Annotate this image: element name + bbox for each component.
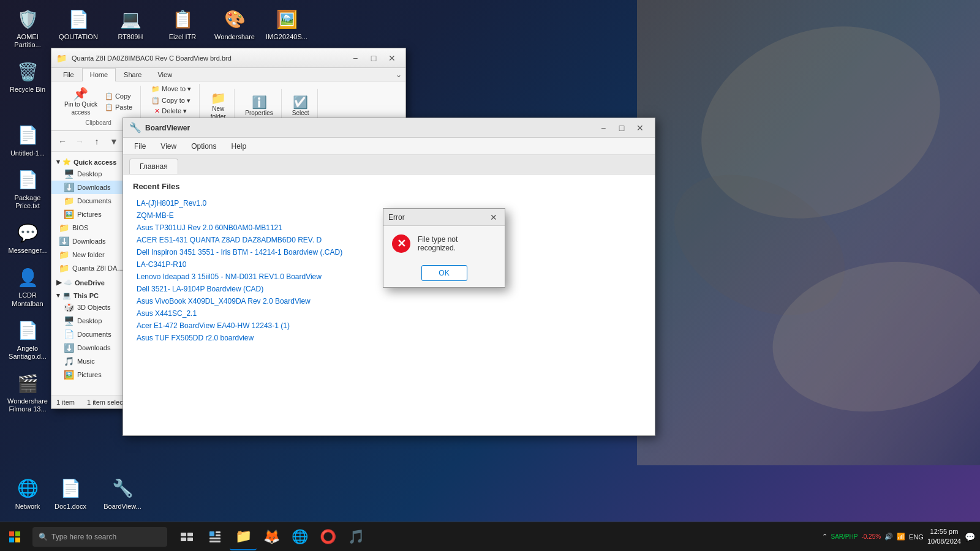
systray-volume-icon[interactable]: 🔊 — [884, 533, 893, 541]
desktop-icon-package[interactable]: 📄 Package Price.txt — [3, 164, 52, 214]
aomei-label: AOMEI Partitio... — [7, 33, 48, 49]
new-folder-sidebar-icon: 📁 — [59, 250, 69, 260]
file-explorer-titlebar: 📁 Quanta Z8I DA0Z8IMBAC0 Rev C BoardView… — [51, 48, 405, 68]
desktop-icon-lcdr[interactable]: 👤 LCDR Montalban — [3, 261, 52, 311]
taskbar-spotify[interactable]: 🎵 — [342, 523, 369, 550]
maximize-button[interactable]: □ — [365, 51, 382, 66]
paste-button[interactable]: 📋 Paste — [102, 102, 135, 113]
boardviewer-main-tab[interactable]: Главная — [129, 159, 178, 174]
taskbar-search[interactable]: 🔍 Type here to search — [32, 527, 167, 547]
desktop-icon-rt809h[interactable]: 💻 RT809H — [106, 3, 155, 45]
start-button[interactable] — [0, 522, 29, 552]
organize-buttons: 📁 Move to ▾ 📋 Copy to ▾ — [148, 84, 194, 106]
ribbon-expand-icon[interactable]: ⌄ — [396, 70, 402, 79]
3d-objects-icon: 🎲 — [64, 302, 74, 312]
recent-file-9[interactable]: Asus X441SC_2.1 — [133, 307, 645, 320]
boardviewer-title-icon: 🔧 — [129, 122, 141, 133]
rt809h-label: RT809H — [118, 33, 143, 41]
move-to-button[interactable]: 📁 Move to ▾ — [148, 84, 194, 94]
desktop-icon-angelo[interactable]: 📄 Angelo Santiago.d... — [3, 315, 52, 364]
minimize-button[interactable]: − — [347, 51, 364, 66]
desktop-icon-network[interactable]: 🌐 Network — [3, 473, 52, 514]
taskbar-widgets[interactable] — [202, 523, 228, 550]
recent-file-0[interactable]: LA-(J)H801P_Rev1.0 — [133, 197, 645, 209]
svg-rect-5 — [15, 531, 20, 536]
notifications-button[interactable]: 💬 — [965, 532, 975, 542]
tab-home[interactable]: Home — [82, 68, 116, 81]
network-icon: 🌐 — [15, 476, 40, 501]
clipboard-buttons: 📌 Pin to Quick access 📋 Copy 📋 Pas — [61, 86, 135, 118]
quanta-icon: 📁 — [59, 263, 69, 273]
onedrive-icon: ☁️ — [64, 279, 72, 287]
desktop-icon-eizel[interactable]: 📋 Eizel ITR — [158, 3, 207, 45]
taskbar-clock[interactable]: 12:55 pm 10/08/2024 — [927, 527, 961, 546]
bv-menu-options[interactable]: Options — [185, 140, 222, 152]
desktop-icon-filmora[interactable]: 🎬 Wondershare Filmora 13... — [3, 367, 52, 417]
systray-network-icon[interactable]: 📶 — [897, 533, 905, 541]
recent-file-8[interactable]: Asus VivoBook X409DL_X409DA Rev 2.0 Boar… — [133, 295, 645, 307]
desktop-icon-messenger[interactable]: 💬 Messenger... — [3, 217, 52, 258]
copy-to-button[interactable]: 📋 Copy to ▾ — [148, 96, 194, 106]
quick-access-icon: ⭐ — [62, 158, 71, 166]
package-icon: 📄 — [15, 168, 40, 192]
desktop-icon-untitled[interactable]: 📄 Untitled-1... — [3, 119, 52, 161]
tab-view[interactable]: View — [149, 68, 180, 81]
select-button[interactable]: ☑️ Select — [289, 94, 312, 118]
desktop-icon-aomei[interactable]: 🛡️ AOMEI Partitio... — [3, 3, 52, 53]
bv-menu-help[interactable]: Help — [225, 140, 253, 152]
delete-button[interactable]: ✕ Delete ▾ — [151, 106, 194, 116]
boardviewer-close-button[interactable]: ✕ — [631, 121, 649, 135]
recent-file-11[interactable]: Asus TUF FX505DD r2.0 boardview — [133, 332, 645, 344]
messenger-icon: 💬 — [15, 220, 40, 245]
boardviewer-menubar: File View Options Help — [123, 138, 655, 155]
desktop-background — [637, 0, 980, 465]
desktop-icon-recycle-bin[interactable]: 🗑️ Recycle Bin — [3, 56, 52, 97]
copy-button[interactable]: 📋 Copy — [102, 91, 135, 102]
boardviewer-maximize-button[interactable]: □ — [613, 121, 630, 135]
music-label: Music — [77, 358, 95, 365]
boardviewer-minimize-button[interactable]: − — [595, 121, 612, 135]
recent-file-10[interactable]: Acer E1-472 BoardView EA40-HW 12243-1 (1… — [133, 320, 645, 332]
taskbar-file-explorer[interactable]: 📁 — [230, 523, 257, 550]
systray-language: ENG — [909, 533, 924, 541]
desktop-icons-top: 📄 QOUTATION 💻 RT809H 📋 Eizel ITR 🎨 Wonde… — [54, 3, 311, 45]
error-dialog-close-button[interactable]: ✕ — [488, 211, 500, 223]
filmora-label: Wondershare Filmora 13... — [7, 397, 48, 413]
desktop-icon-img[interactable]: 🖼️ IMG20240S... — [262, 3, 311, 45]
back-button[interactable]: ← — [55, 134, 70, 149]
error-dialog-titlebar: Error ✕ — [383, 209, 505, 226]
filmora-icon: 🎬 — [15, 371, 40, 395]
svg-rect-13 — [216, 531, 221, 533]
window-controls: − □ ✕ — [347, 51, 401, 66]
desktop-icon-doc1[interactable]: 📄 Doc1.docx — [46, 473, 95, 514]
properties-button[interactable]: ℹ️ Properties — [242, 94, 276, 118]
desktop-icon-qoutation[interactable]: 📄 QOUTATION — [54, 3, 103, 45]
downloads3-icon: ⬇️ — [64, 343, 74, 353]
boardviewer-titlebar: 🔧 BoardViewer − □ ✕ — [123, 118, 655, 138]
pin-quick-access-button[interactable]: 📌 Pin to Quick access — [61, 86, 100, 118]
recent-button[interactable]: ▼ — [107, 134, 121, 149]
quick-access-label: Quick access — [74, 159, 116, 166]
close-button[interactable]: ✕ — [383, 51, 401, 66]
taskbar: 🔍 Type here to search — [0, 522, 980, 551]
taskbar-edge[interactable]: 🌐 — [286, 523, 313, 550]
svg-rect-9 — [187, 533, 193, 536]
error-ok-button[interactable]: OK — [421, 265, 467, 281]
tab-file[interactable]: File — [55, 68, 82, 81]
up-button[interactable]: ↑ — [89, 134, 104, 149]
forward-button[interactable]: → — [72, 134, 87, 149]
onedrive-label: OneDrive — [75, 279, 105, 287]
svg-rect-7 — [15, 538, 20, 542]
taskbar-task-view[interactable] — [173, 523, 200, 550]
tab-share[interactable]: Share — [116, 68, 149, 81]
bv-menu-view[interactable]: View — [154, 140, 183, 152]
pin-icon: 📌 — [73, 88, 88, 100]
systray-expand-icon[interactable]: ⌃ — [822, 533, 827, 541]
taskbar-chrome[interactable]: ⭕ — [314, 523, 341, 550]
package-label: Package Price.txt — [7, 194, 48, 210]
documents2-icon: 📄 — [64, 329, 74, 339]
desktop-icon-wondershare[interactable]: 🎨 Wondershare — [210, 3, 259, 45]
desktop-icon-boardview-app[interactable]: 🔧 BoardView... — [98, 473, 147, 514]
taskbar-firefox[interactable]: 🦊 — [258, 523, 285, 550]
bv-menu-file[interactable]: File — [128, 140, 152, 152]
